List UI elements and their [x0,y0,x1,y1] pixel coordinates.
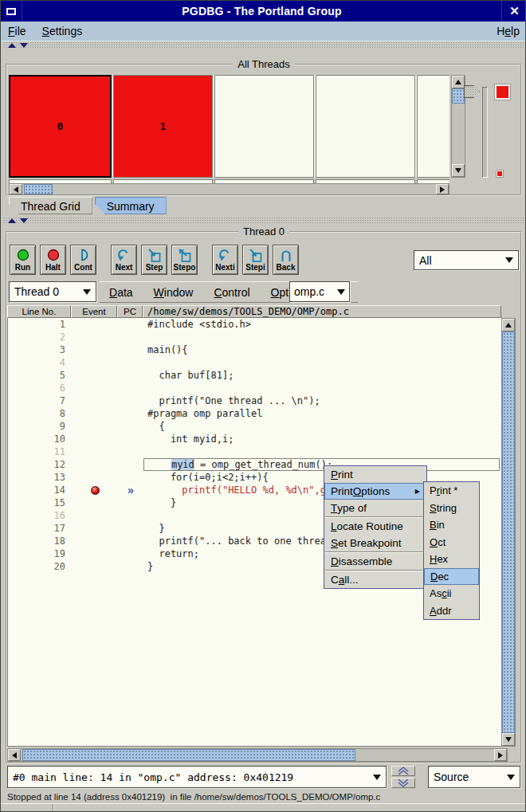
scroll-down-button[interactable] [502,733,515,746]
thread-select[interactable]: Thread 0 [9,281,96,302]
scroll-left-button[interactable] [10,184,22,194]
toolbar-button-stepi[interactable]: Stepi [242,245,269,275]
menu-control[interactable]: Control [214,286,249,299]
toolbar-button-halt[interactable]: Halt [40,245,66,275]
thread-grid-vscrollbar[interactable] [451,75,465,178]
tab-summary[interactable]: Summary [95,197,167,214]
source-line[interactable]: 5 char buf[81]; [8,369,501,382]
menu-data[interactable]: Data [109,286,133,299]
splitter-middle[interactable] [1,217,526,224]
toolbar-button-cont[interactable]: Cont [70,245,96,275]
toolbar-button-run[interactable]: Run [10,245,36,275]
source-line[interactable]: 4 [8,356,501,369]
toolbar-button-nexti[interactable]: Nexti [212,245,238,275]
event-cell[interactable] [72,486,118,495]
source-line[interactable]: 6 [8,382,501,394]
source-line[interactable]: 11 [8,445,501,458]
menu-item-addr[interactable]: Addr [424,602,479,620]
selected-word[interactable]: myid [171,459,194,470]
menu-item-dec[interactable]: Dec [424,568,479,586]
source-line[interactable]: 8#pragma omp parallel [8,407,501,420]
scope-select[interactable]: All [414,250,519,270]
toolbar-button-stepo[interactable]: Stepo [171,245,198,275]
source-line[interactable]: 2 [8,331,501,343]
scroll-thumb[interactable] [22,749,355,761]
toolbar-button-step[interactable]: Step [141,245,167,275]
frame-down-button[interactable] [391,778,415,788]
column-file-path[interactable]: /home/sw/demos/TOOLS_DEMO/OMP/omp.c [143,305,501,318]
menu-window[interactable]: Window [154,286,194,299]
source-line[interactable]: 7 printf("One thread ... \n"); [8,394,501,407]
line-number: 17 [8,523,72,534]
code-pre [148,459,171,470]
threads-tabs: Thread GridSummary [9,197,167,214]
scroll-down-button[interactable] [452,164,465,177]
frame-select[interactable]: #0 main line: 14 in "omp.c" address: 0x4… [7,766,387,788]
label-part: ptions [361,485,390,497]
scroll-right-button[interactable] [494,749,507,761]
menu-item-string[interactable]: String [424,500,479,517]
menu-item-print[interactable]: Print * [424,482,479,500]
column-event[interactable]: Event [71,305,117,318]
grid-zoom-slider-track[interactable] [482,87,488,178]
menu-item-print[interactable]: Print [324,466,426,483]
menu-item-hex[interactable]: Hex [424,551,479,568]
menu-settings[interactable]: Settings [42,25,83,37]
code-text: myid = omp_get_thread_num(); [148,459,332,470]
menu-item-ascii[interactable]: Ascii [424,585,479,602]
scroll-track[interactable] [21,749,494,761]
toolbar-button-back[interactable]: Back [273,245,299,275]
menu-item-print-options[interactable]: Print Options▶ [324,483,426,500]
scroll-left-button[interactable] [8,749,21,761]
scroll-up-button[interactable] [502,319,515,331]
source-line[interactable]: 3main(){ [8,343,501,356]
menu-help[interactable]: Help [497,25,520,37]
thread-cell-1[interactable]: 1 [113,75,213,178]
menu-item-call[interactable]: Call... [324,571,426,588]
file-select[interactable]: omp.c [289,281,350,302]
splitter-collapse-up-icon[interactable] [8,43,16,48]
thread-cell-3[interactable] [316,75,415,178]
source-line[interactable]: 1#include <stdio.h> [8,318,501,331]
column-line-no[interactable]: Line No. [7,305,71,318]
grid-zoom-slider-thumb[interactable] [464,85,480,98]
menu-item-locate-routine[interactable]: Locate Routine [324,518,426,535]
source-vscrollbar[interactable] [501,318,516,747]
scroll-track[interactable] [452,88,465,164]
toolbar-button-next[interactable]: Next [111,245,137,275]
thread-grid-hscrollbar[interactable] [9,183,449,195]
menu-item-bin[interactable]: Bin [424,516,479,534]
view-select[interactable]: Source [428,766,520,788]
line-number: 2 [8,331,72,343]
scroll-thumb[interactable] [24,184,53,194]
thread-cell-4[interactable] [417,75,449,178]
close-button[interactable]: ✕ [501,1,526,22]
scroll-right-button[interactable] [436,184,449,194]
source-line[interactable]: 10 int myid,i; [8,433,501,445]
splitter-collapse-down-icon[interactable] [20,43,28,48]
splitter-collapse-up-icon[interactable] [8,218,16,223]
scroll-thumb[interactable] [502,331,515,733]
menu-item-set-breakpoint[interactable]: Set Breakpoint [324,535,426,551]
window-menu-button[interactable] [1,1,22,22]
thread-cell-0[interactable]: 0 [9,75,112,178]
source-line[interactable]: 12 myid = omp_get_thread_num(); [8,458,501,471]
scroll-track[interactable] [502,331,515,733]
scroll-track[interactable] [22,184,436,194]
thread-cell-2[interactable] [214,75,314,178]
menu-item-type-of[interactable]: Type of [324,500,426,516]
menu-file[interactable]: File [8,25,26,37]
code-cell [143,382,500,394]
tab-thread-grid[interactable]: Thread Grid [9,197,92,214]
splitter-top[interactable] [1,41,526,49]
scroll-up-button[interactable] [452,76,465,88]
menu-item-disassemble[interactable]: Disassemble [324,553,426,570]
frame-up-button[interactable] [391,766,415,776]
scroll-thumb[interactable] [452,88,465,104]
splitter-collapse-down-icon[interactable] [20,218,28,223]
source-hscrollbar[interactable] [7,748,508,762]
menu-item-oct[interactable]: Oct [424,534,479,551]
source-line[interactable]: 9 { [8,420,501,433]
label-part: P [430,484,437,496]
column-pc[interactable]: PC [117,305,143,318]
